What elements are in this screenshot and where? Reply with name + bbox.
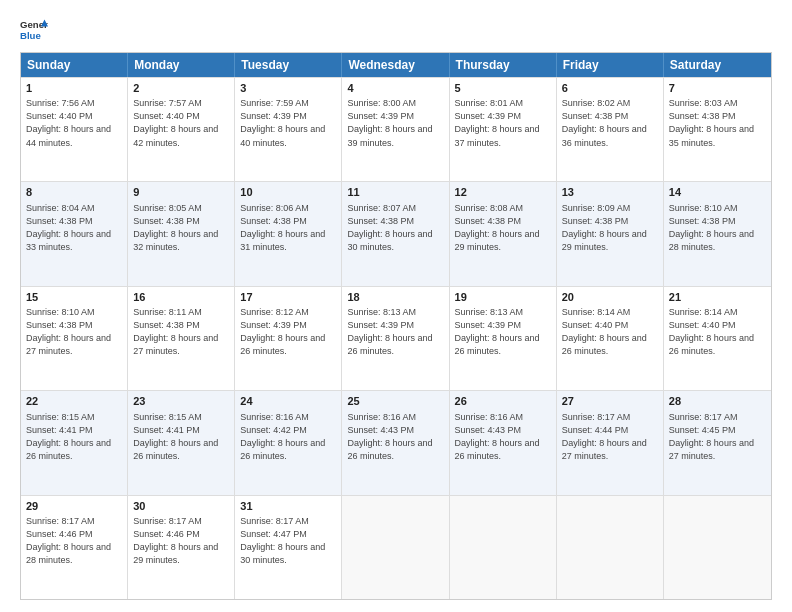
calendar-cell: [557, 496, 664, 599]
cell-info: Sunrise: 7:57 AMSunset: 4:40 PMDaylight:…: [133, 97, 229, 149]
calendar-cell: 23Sunrise: 8:15 AMSunset: 4:41 PMDayligh…: [128, 391, 235, 494]
cell-info: Sunrise: 8:06 AMSunset: 4:38 PMDaylight:…: [240, 202, 336, 254]
cell-info: Sunrise: 8:10 AMSunset: 4:38 PMDaylight:…: [26, 306, 122, 358]
calendar-cell: 5Sunrise: 8:01 AMSunset: 4:39 PMDaylight…: [450, 78, 557, 181]
cell-info: Sunrise: 8:03 AMSunset: 4:38 PMDaylight:…: [669, 97, 766, 149]
calendar-cell: 28Sunrise: 8:17 AMSunset: 4:45 PMDayligh…: [664, 391, 771, 494]
calendar-cell: 21Sunrise: 8:14 AMSunset: 4:40 PMDayligh…: [664, 287, 771, 390]
cell-info: Sunrise: 8:12 AMSunset: 4:39 PMDaylight:…: [240, 306, 336, 358]
calendar-cell: 20Sunrise: 8:14 AMSunset: 4:40 PMDayligh…: [557, 287, 664, 390]
header-day-friday: Friday: [557, 53, 664, 77]
calendar-cell: [664, 496, 771, 599]
calendar-cell: 4Sunrise: 8:00 AMSunset: 4:39 PMDaylight…: [342, 78, 449, 181]
cell-info: Sunrise: 8:13 AMSunset: 4:39 PMDaylight:…: [455, 306, 551, 358]
day-number: 15: [26, 290, 122, 305]
day-number: 11: [347, 185, 443, 200]
logo-icon: General Blue: [20, 16, 48, 44]
header-day-sunday: Sunday: [21, 53, 128, 77]
day-number: 31: [240, 499, 336, 514]
cell-info: Sunrise: 8:11 AMSunset: 4:38 PMDaylight:…: [133, 306, 229, 358]
day-number: 22: [26, 394, 122, 409]
cell-info: Sunrise: 8:14 AMSunset: 4:40 PMDaylight:…: [669, 306, 766, 358]
calendar-week-0: 1Sunrise: 7:56 AMSunset: 4:40 PMDaylight…: [21, 77, 771, 181]
calendar-cell: 2Sunrise: 7:57 AMSunset: 4:40 PMDaylight…: [128, 78, 235, 181]
day-number: 7: [669, 81, 766, 96]
cell-info: Sunrise: 8:15 AMSunset: 4:41 PMDaylight:…: [133, 411, 229, 463]
calendar-cell: 31Sunrise: 8:17 AMSunset: 4:47 PMDayligh…: [235, 496, 342, 599]
day-number: 30: [133, 499, 229, 514]
calendar-cell: 13Sunrise: 8:09 AMSunset: 4:38 PMDayligh…: [557, 182, 664, 285]
header-day-monday: Monday: [128, 53, 235, 77]
svg-text:Blue: Blue: [20, 30, 41, 41]
cell-info: Sunrise: 8:10 AMSunset: 4:38 PMDaylight:…: [669, 202, 766, 254]
cell-info: Sunrise: 8:09 AMSunset: 4:38 PMDaylight:…: [562, 202, 658, 254]
calendar-cell: [342, 496, 449, 599]
calendar-cell: 26Sunrise: 8:16 AMSunset: 4:43 PMDayligh…: [450, 391, 557, 494]
day-number: 2: [133, 81, 229, 96]
calendar-cell: 10Sunrise: 8:06 AMSunset: 4:38 PMDayligh…: [235, 182, 342, 285]
cell-info: Sunrise: 8:02 AMSunset: 4:38 PMDaylight:…: [562, 97, 658, 149]
cell-info: Sunrise: 8:08 AMSunset: 4:38 PMDaylight:…: [455, 202, 551, 254]
calendar-body: 1Sunrise: 7:56 AMSunset: 4:40 PMDaylight…: [21, 77, 771, 599]
cell-info: Sunrise: 8:16 AMSunset: 4:42 PMDaylight:…: [240, 411, 336, 463]
day-number: 10: [240, 185, 336, 200]
calendar-cell: 14Sunrise: 8:10 AMSunset: 4:38 PMDayligh…: [664, 182, 771, 285]
cell-info: Sunrise: 8:05 AMSunset: 4:38 PMDaylight:…: [133, 202, 229, 254]
calendar-cell: 22Sunrise: 8:15 AMSunset: 4:41 PMDayligh…: [21, 391, 128, 494]
day-number: 4: [347, 81, 443, 96]
day-number: 26: [455, 394, 551, 409]
cell-info: Sunrise: 7:56 AMSunset: 4:40 PMDaylight:…: [26, 97, 122, 149]
header-day-saturday: Saturday: [664, 53, 771, 77]
cell-info: Sunrise: 8:15 AMSunset: 4:41 PMDaylight:…: [26, 411, 122, 463]
cell-info: Sunrise: 8:16 AMSunset: 4:43 PMDaylight:…: [347, 411, 443, 463]
day-number: 19: [455, 290, 551, 305]
cell-info: Sunrise: 8:04 AMSunset: 4:38 PMDaylight:…: [26, 202, 122, 254]
page-header: General Blue: [20, 16, 772, 44]
header-day-tuesday: Tuesday: [235, 53, 342, 77]
cell-info: Sunrise: 8:01 AMSunset: 4:39 PMDaylight:…: [455, 97, 551, 149]
calendar-cell: 30Sunrise: 8:17 AMSunset: 4:46 PMDayligh…: [128, 496, 235, 599]
day-number: 6: [562, 81, 658, 96]
calendar-week-4: 29Sunrise: 8:17 AMSunset: 4:46 PMDayligh…: [21, 495, 771, 599]
calendar-cell: 3Sunrise: 7:59 AMSunset: 4:39 PMDaylight…: [235, 78, 342, 181]
day-number: 29: [26, 499, 122, 514]
day-number: 5: [455, 81, 551, 96]
day-number: 20: [562, 290, 658, 305]
day-number: 8: [26, 185, 122, 200]
cell-info: Sunrise: 8:17 AMSunset: 4:44 PMDaylight:…: [562, 411, 658, 463]
calendar-cell: 27Sunrise: 8:17 AMSunset: 4:44 PMDayligh…: [557, 391, 664, 494]
day-number: 28: [669, 394, 766, 409]
cell-info: Sunrise: 8:17 AMSunset: 4:47 PMDaylight:…: [240, 515, 336, 567]
calendar-cell: 1Sunrise: 7:56 AMSunset: 4:40 PMDaylight…: [21, 78, 128, 181]
calendar-cell: 9Sunrise: 8:05 AMSunset: 4:38 PMDaylight…: [128, 182, 235, 285]
cell-info: Sunrise: 8:13 AMSunset: 4:39 PMDaylight:…: [347, 306, 443, 358]
day-number: 23: [133, 394, 229, 409]
calendar-header: SundayMondayTuesdayWednesdayThursdayFrid…: [21, 53, 771, 77]
cell-info: Sunrise: 8:17 AMSunset: 4:46 PMDaylight:…: [26, 515, 122, 567]
day-number: 14: [669, 185, 766, 200]
day-number: 17: [240, 290, 336, 305]
calendar-cell: 18Sunrise: 8:13 AMSunset: 4:39 PMDayligh…: [342, 287, 449, 390]
calendar-cell: 6Sunrise: 8:02 AMSunset: 4:38 PMDaylight…: [557, 78, 664, 181]
calendar-cell: 25Sunrise: 8:16 AMSunset: 4:43 PMDayligh…: [342, 391, 449, 494]
day-number: 27: [562, 394, 658, 409]
header-day-wednesday: Wednesday: [342, 53, 449, 77]
calendar-cell: 24Sunrise: 8:16 AMSunset: 4:42 PMDayligh…: [235, 391, 342, 494]
cell-info: Sunrise: 8:16 AMSunset: 4:43 PMDaylight:…: [455, 411, 551, 463]
calendar-cell: 15Sunrise: 8:10 AMSunset: 4:38 PMDayligh…: [21, 287, 128, 390]
day-number: 12: [455, 185, 551, 200]
cell-info: Sunrise: 8:17 AMSunset: 4:45 PMDaylight:…: [669, 411, 766, 463]
day-number: 18: [347, 290, 443, 305]
day-number: 16: [133, 290, 229, 305]
day-number: 25: [347, 394, 443, 409]
day-number: 1: [26, 81, 122, 96]
day-number: 24: [240, 394, 336, 409]
cell-info: Sunrise: 8:00 AMSunset: 4:39 PMDaylight:…: [347, 97, 443, 149]
cell-info: Sunrise: 7:59 AMSunset: 4:39 PMDaylight:…: [240, 97, 336, 149]
header-day-thursday: Thursday: [450, 53, 557, 77]
calendar-week-2: 15Sunrise: 8:10 AMSunset: 4:38 PMDayligh…: [21, 286, 771, 390]
day-number: 9: [133, 185, 229, 200]
day-number: 13: [562, 185, 658, 200]
calendar-week-1: 8Sunrise: 8:04 AMSunset: 4:38 PMDaylight…: [21, 181, 771, 285]
day-number: 3: [240, 81, 336, 96]
